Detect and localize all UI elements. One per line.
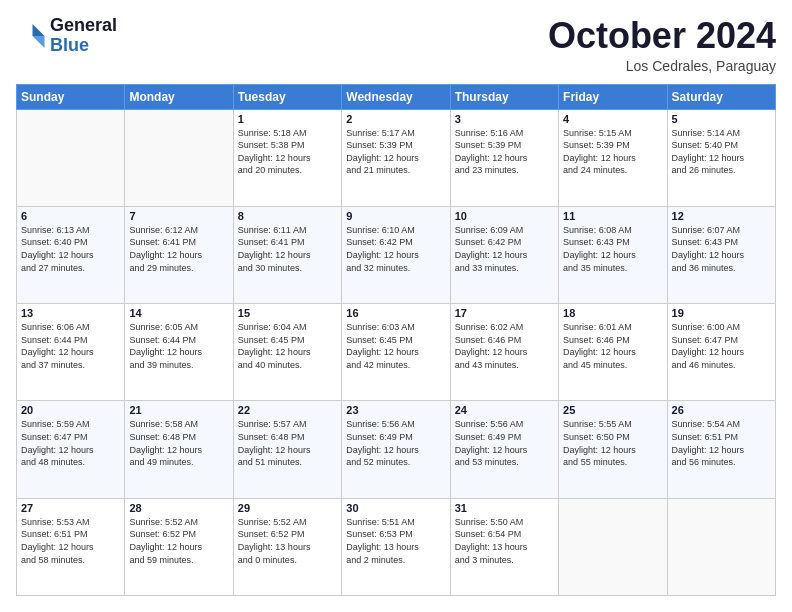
day-info: Sunrise: 5:54 AM Sunset: 6:51 PM Dayligh… [672, 418, 771, 468]
day-number: 24 [455, 404, 554, 416]
day-info: Sunrise: 6:00 AM Sunset: 6:47 PM Dayligh… [672, 321, 771, 371]
day-info: Sunrise: 5:52 AM Sunset: 6:52 PM Dayligh… [129, 516, 228, 566]
location: Los Cedrales, Paraguay [548, 58, 776, 74]
col-header-saturday: Saturday [667, 84, 775, 109]
month-title: October 2024 [548, 16, 776, 56]
calendar-cell: 8Sunrise: 6:11 AM Sunset: 6:41 PM Daylig… [233, 206, 341, 303]
calendar-cell: 15Sunrise: 6:04 AM Sunset: 6:45 PM Dayli… [233, 304, 341, 401]
calendar-cell: 18Sunrise: 6:01 AM Sunset: 6:46 PM Dayli… [559, 304, 667, 401]
day-number: 21 [129, 404, 228, 416]
logo: General Blue [16, 16, 117, 56]
col-header-thursday: Thursday [450, 84, 558, 109]
day-info: Sunrise: 5:17 AM Sunset: 5:39 PM Dayligh… [346, 127, 445, 177]
title-block: October 2024 Los Cedrales, Paraguay [548, 16, 776, 74]
calendar-cell: 25Sunrise: 5:55 AM Sunset: 6:50 PM Dayli… [559, 401, 667, 498]
day-info: Sunrise: 5:52 AM Sunset: 6:52 PM Dayligh… [238, 516, 337, 566]
col-header-tuesday: Tuesday [233, 84, 341, 109]
calendar-table: SundayMondayTuesdayWednesdayThursdayFrid… [16, 84, 776, 596]
calendar-cell: 29Sunrise: 5:52 AM Sunset: 6:52 PM Dayli… [233, 498, 341, 595]
day-number: 7 [129, 210, 228, 222]
day-number: 29 [238, 502, 337, 514]
calendar-cell: 5Sunrise: 5:14 AM Sunset: 5:40 PM Daylig… [667, 109, 775, 206]
day-number: 13 [21, 307, 120, 319]
calendar-cell: 3Sunrise: 5:16 AM Sunset: 5:39 PM Daylig… [450, 109, 558, 206]
calendar-cell: 19Sunrise: 6:00 AM Sunset: 6:47 PM Dayli… [667, 304, 775, 401]
calendar-cell: 4Sunrise: 5:15 AM Sunset: 5:39 PM Daylig… [559, 109, 667, 206]
calendar-cell: 24Sunrise: 5:56 AM Sunset: 6:49 PM Dayli… [450, 401, 558, 498]
calendar-cell [125, 109, 233, 206]
calendar-cell: 9Sunrise: 6:10 AM Sunset: 6:42 PM Daylig… [342, 206, 450, 303]
calendar-cell [667, 498, 775, 595]
day-info: Sunrise: 6:08 AM Sunset: 6:43 PM Dayligh… [563, 224, 662, 274]
day-number: 1 [238, 113, 337, 125]
day-info: Sunrise: 6:01 AM Sunset: 6:46 PM Dayligh… [563, 321, 662, 371]
calendar-cell: 27Sunrise: 5:53 AM Sunset: 6:51 PM Dayli… [17, 498, 125, 595]
calendar-header-row: SundayMondayTuesdayWednesdayThursdayFrid… [17, 84, 776, 109]
calendar-cell: 31Sunrise: 5:50 AM Sunset: 6:54 PM Dayli… [450, 498, 558, 595]
day-info: Sunrise: 6:07 AM Sunset: 6:43 PM Dayligh… [672, 224, 771, 274]
calendar-week-4: 20Sunrise: 5:59 AM Sunset: 6:47 PM Dayli… [17, 401, 776, 498]
logo-text: General Blue [50, 16, 117, 56]
day-info: Sunrise: 6:02 AM Sunset: 6:46 PM Dayligh… [455, 321, 554, 371]
day-number: 23 [346, 404, 445, 416]
calendar-cell: 13Sunrise: 6:06 AM Sunset: 6:44 PM Dayli… [17, 304, 125, 401]
calendar-cell: 16Sunrise: 6:03 AM Sunset: 6:45 PM Dayli… [342, 304, 450, 401]
day-number: 2 [346, 113, 445, 125]
calendar-cell: 11Sunrise: 6:08 AM Sunset: 6:43 PM Dayli… [559, 206, 667, 303]
calendar-cell: 26Sunrise: 5:54 AM Sunset: 6:51 PM Dayli… [667, 401, 775, 498]
day-number: 9 [346, 210, 445, 222]
calendar-cell [17, 109, 125, 206]
day-info: Sunrise: 5:56 AM Sunset: 6:49 PM Dayligh… [346, 418, 445, 468]
day-number: 3 [455, 113, 554, 125]
calendar-cell: 10Sunrise: 6:09 AM Sunset: 6:42 PM Dayli… [450, 206, 558, 303]
col-header-monday: Monday [125, 84, 233, 109]
calendar-cell: 6Sunrise: 6:13 AM Sunset: 6:40 PM Daylig… [17, 206, 125, 303]
day-number: 4 [563, 113, 662, 125]
day-number: 30 [346, 502, 445, 514]
day-info: Sunrise: 5:51 AM Sunset: 6:53 PM Dayligh… [346, 516, 445, 566]
col-header-friday: Friday [559, 84, 667, 109]
page: General Blue October 2024 Los Cedrales, … [0, 0, 792, 612]
day-info: Sunrise: 5:16 AM Sunset: 5:39 PM Dayligh… [455, 127, 554, 177]
header: General Blue October 2024 Los Cedrales, … [16, 16, 776, 74]
svg-marker-0 [33, 24, 45, 36]
day-info: Sunrise: 6:13 AM Sunset: 6:40 PM Dayligh… [21, 224, 120, 274]
calendar-week-3: 13Sunrise: 6:06 AM Sunset: 6:44 PM Dayli… [17, 304, 776, 401]
day-number: 14 [129, 307, 228, 319]
logo-line1: General [50, 16, 117, 36]
day-info: Sunrise: 5:59 AM Sunset: 6:47 PM Dayligh… [21, 418, 120, 468]
calendar-cell: 2Sunrise: 5:17 AM Sunset: 5:39 PM Daylig… [342, 109, 450, 206]
logo-line2: Blue [50, 36, 117, 56]
day-info: Sunrise: 5:50 AM Sunset: 6:54 PM Dayligh… [455, 516, 554, 566]
svg-marker-1 [33, 36, 45, 48]
day-info: Sunrise: 6:10 AM Sunset: 6:42 PM Dayligh… [346, 224, 445, 274]
day-number: 12 [672, 210, 771, 222]
day-info: Sunrise: 6:06 AM Sunset: 6:44 PM Dayligh… [21, 321, 120, 371]
calendar-week-1: 1Sunrise: 5:18 AM Sunset: 5:38 PM Daylig… [17, 109, 776, 206]
day-number: 15 [238, 307, 337, 319]
day-info: Sunrise: 5:57 AM Sunset: 6:48 PM Dayligh… [238, 418, 337, 468]
day-number: 22 [238, 404, 337, 416]
day-info: Sunrise: 6:05 AM Sunset: 6:44 PM Dayligh… [129, 321, 228, 371]
calendar-cell: 23Sunrise: 5:56 AM Sunset: 6:49 PM Dayli… [342, 401, 450, 498]
calendar-cell: 17Sunrise: 6:02 AM Sunset: 6:46 PM Dayli… [450, 304, 558, 401]
calendar-cell: 22Sunrise: 5:57 AM Sunset: 6:48 PM Dayli… [233, 401, 341, 498]
day-info: Sunrise: 5:56 AM Sunset: 6:49 PM Dayligh… [455, 418, 554, 468]
calendar-cell [559, 498, 667, 595]
col-header-sunday: Sunday [17, 84, 125, 109]
day-info: Sunrise: 5:55 AM Sunset: 6:50 PM Dayligh… [563, 418, 662, 468]
logo-icon [16, 21, 46, 51]
calendar-cell: 28Sunrise: 5:52 AM Sunset: 6:52 PM Dayli… [125, 498, 233, 595]
day-number: 28 [129, 502, 228, 514]
day-number: 17 [455, 307, 554, 319]
day-info: Sunrise: 6:03 AM Sunset: 6:45 PM Dayligh… [346, 321, 445, 371]
calendar-cell: 14Sunrise: 6:05 AM Sunset: 6:44 PM Dayli… [125, 304, 233, 401]
day-info: Sunrise: 6:12 AM Sunset: 6:41 PM Dayligh… [129, 224, 228, 274]
day-info: Sunrise: 6:11 AM Sunset: 6:41 PM Dayligh… [238, 224, 337, 274]
day-info: Sunrise: 5:15 AM Sunset: 5:39 PM Dayligh… [563, 127, 662, 177]
day-number: 18 [563, 307, 662, 319]
day-info: Sunrise: 5:18 AM Sunset: 5:38 PM Dayligh… [238, 127, 337, 177]
calendar-cell: 7Sunrise: 6:12 AM Sunset: 6:41 PM Daylig… [125, 206, 233, 303]
day-number: 20 [21, 404, 120, 416]
day-number: 8 [238, 210, 337, 222]
